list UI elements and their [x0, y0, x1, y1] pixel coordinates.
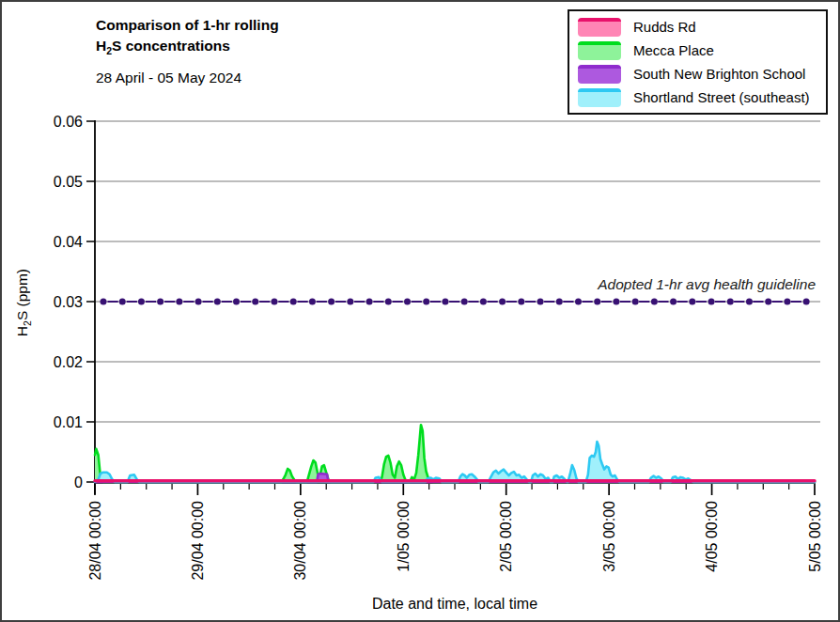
guideline-marker	[594, 299, 600, 305]
x-tick-label: 4/05 00:00	[704, 501, 720, 572]
x-tick-label: 29/04 00:00	[190, 501, 206, 581]
guideline-marker	[404, 299, 411, 305]
guideline-marker	[651, 299, 658, 305]
guideline-marker	[347, 299, 353, 305]
guideline-marker	[575, 299, 582, 305]
chart-legend: Rudds Rd Mecca Place South New Brighton …	[568, 9, 828, 115]
guideline-marker	[670, 299, 677, 305]
series-area-1	[95, 425, 815, 482]
y-axis-title: H2S (ppm)	[14, 241, 33, 364]
guideline-marker	[537, 299, 544, 305]
guideline-marker	[689, 299, 695, 305]
guideline-marker	[632, 299, 639, 305]
legend-item-shortland-street: Shortland Street (southeast)	[578, 86, 817, 109]
y-tick-label: 0.05	[54, 174, 83, 190]
guideline-marker	[138, 299, 145, 305]
legend-item-rudds-rd: Rudds Rd	[578, 15, 817, 39]
guideline-marker	[765, 299, 771, 305]
guideline-marker	[708, 299, 715, 305]
guideline-marker	[461, 299, 468, 305]
series-area-3	[95, 442, 815, 482]
legend-swatch-mecca-place	[578, 41, 621, 60]
y-tick-label: 0.03	[54, 294, 83, 310]
guideline-label: Adopted 1-hr avg health guideline	[597, 276, 816, 292]
series-line-3	[95, 442, 815, 482]
guideline-marker	[746, 299, 753, 305]
y-tick-label: 0.06	[54, 114, 83, 130]
guideline-marker	[101, 299, 107, 305]
guideline-marker	[385, 299, 392, 305]
guideline-marker	[784, 299, 790, 305]
series-line-1	[95, 425, 815, 482]
guideline-marker	[214, 299, 221, 305]
guideline-marker	[613, 299, 619, 305]
y-tick-label: 0.02	[54, 354, 83, 370]
y-tick-label: 0	[74, 474, 83, 490]
guideline-marker	[176, 299, 182, 305]
legend-label: Rudds Rd	[633, 19, 696, 35]
guideline-marker	[423, 299, 429, 305]
x-tick-label: 3/05 00:00	[601, 501, 617, 572]
guideline-marker	[233, 299, 240, 305]
y-tick-label: 0.01	[54, 414, 83, 430]
chart-figure: Comparison of 1-hr rolling H2S concentra…	[0, 0, 840, 622]
legend-label: Mecca Place	[633, 42, 714, 58]
y-tick-label: 0.04	[54, 234, 83, 250]
guideline-marker	[157, 299, 163, 305]
legend-label: Shortland Street (southeast)	[633, 89, 810, 105]
x-axis-title: Date and time, local time	[95, 596, 815, 613]
guideline-marker	[727, 299, 734, 305]
legend-item-south-new-brighton-school: South New Brighton School	[578, 62, 817, 86]
x-tick-label: 5/05 00:00	[807, 501, 823, 572]
guideline-marker	[119, 299, 126, 305]
x-tick-label: 28/04 00:00	[87, 501, 103, 581]
legend-swatch-shortland-street	[578, 88, 621, 107]
legend-swatch-south-new-brighton-school	[578, 65, 621, 84]
legend-label: South New Brighton School	[633, 66, 805, 82]
x-tick-label: 30/04 00:00	[292, 501, 308, 581]
legend-item-mecca-place: Mecca Place	[578, 39, 817, 62]
guideline-marker	[252, 299, 258, 305]
guideline-marker	[366, 299, 373, 305]
guideline-marker	[328, 299, 334, 305]
guideline-marker	[442, 299, 448, 305]
guideline-marker	[309, 299, 316, 305]
x-tick-label: 2/05 00:00	[498, 501, 514, 572]
legend-swatch-rudds-rd	[578, 18, 621, 37]
x-tick-label: 1/05 00:00	[396, 501, 412, 572]
guideline-marker	[480, 299, 487, 305]
guideline-marker	[499, 299, 506, 305]
guideline-marker	[556, 299, 563, 305]
guideline-marker	[518, 299, 524, 305]
guideline-marker	[803, 299, 810, 305]
guideline-marker	[271, 299, 277, 305]
guideline-marker	[195, 299, 202, 305]
guideline-marker	[290, 299, 297, 305]
